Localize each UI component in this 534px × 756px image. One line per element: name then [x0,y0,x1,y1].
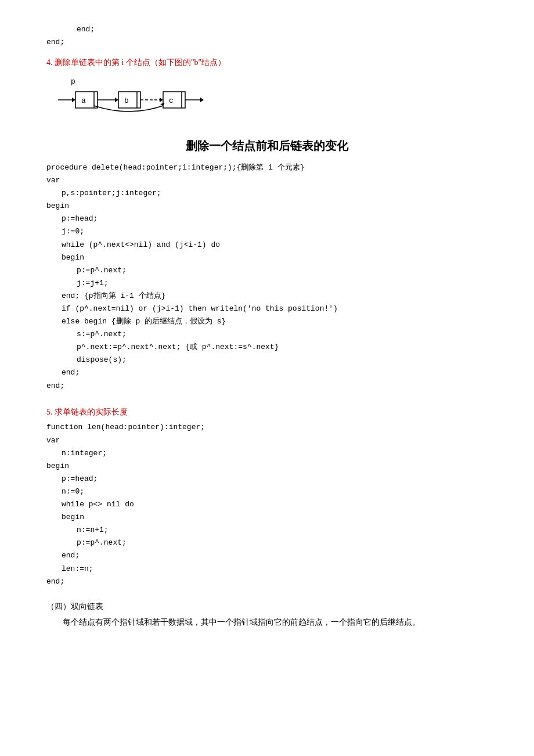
diagram-svg: p a b c [46,75,337,122]
end-line: end; [46,36,488,49]
len-line-11: end; [46,549,488,562]
len-line-1: function len(head:pointer):integer; [46,421,488,434]
svg-marker-7 [115,98,118,102]
section6-title: （四）双向链表 [46,600,488,614]
code-line-12: if (p^.next=nil) or (j>i-1) then writeln… [46,303,488,315]
len-line-5: p:=head; [46,473,488,485]
section6: （四）双向链表 每个结点有两个指针域和若干数据域，其中一个指针域指向它的前趋结点… [46,600,488,630]
code-line-8: begin [46,251,488,264]
len-line-3: n:integer; [46,447,488,460]
svg-marker-2 [72,98,75,102]
svg-text:a: a [81,96,86,105]
code-line-4: begin [46,200,488,213]
code-line-18: end; [46,380,488,393]
code-line-6: j:=0; [46,225,488,238]
svg-text:c: c [169,96,174,105]
len-line-7: while p<> nil do [46,498,488,511]
len-line-6: n:=0; [46,485,488,498]
diagram-heading: 删除一个结点前和后链表的变化 [46,136,488,156]
len-line-12: len:=n; [46,563,488,575]
delete-procedure: procedure delete(head:pointer;i:integer;… [46,161,488,393]
len-line-2: var [46,434,488,447]
code-line-2: var [46,174,488,187]
len-function: function len(head:pointer):integer; var … [46,421,488,588]
end-indent-line: end; [46,23,488,36]
svg-marker-12 [160,98,163,102]
len-line-13: end; [46,575,488,588]
len-line-4: begin [46,460,488,473]
svg-text:b: b [124,96,129,105]
section4-title: 4. 删除单链表中的第 i 个结点（如下图的"b"结点） [46,56,488,70]
code-line-13: else begin {删除 p 的后继结点，假设为 s} [46,315,488,328]
code-line-1: procedure delete(head:pointer;i:integer;… [46,161,488,174]
linked-list-diagram: p a b c [46,75,488,128]
code-line-3: p,s:pointer;j:integer; [46,187,488,200]
code-line-11: end; {p指向第 i-1 个结点} [46,290,488,303]
code-line-7: while (p^.next<>nil) and (j<i-1) do [46,239,488,251]
svg-marker-17 [200,98,204,102]
section5-title: 5. 求单链表的实际长度 [46,405,488,419]
code-line-9: p:=p^.next; [46,264,488,277]
code-line-10: j:=j+1; [46,277,488,290]
svg-text:p: p [71,77,75,86]
code-line-16: dispose(s); [46,354,488,366]
len-line-8: begin [46,511,488,524]
code-line-5: p:=head; [46,213,488,225]
len-line-10: p:=p^.next; [46,537,488,549]
section6-desc: 每个结点有两个指针域和若干数据域，其中一个指针域指向它的前趋结点，一个指向它的后… [46,615,488,629]
code-line-17: end; [46,366,488,379]
code-line-14: s:=p^.next; [46,328,488,341]
code-line-15: p^.next:=p^.next^.next; {或 p^.next:=s^.n… [46,341,488,354]
page-content: end; end; 4. 删除单链表中的第 i 个结点（如下图的"b"结点） p… [46,23,488,629]
len-line-9: n:=n+1; [46,524,488,537]
